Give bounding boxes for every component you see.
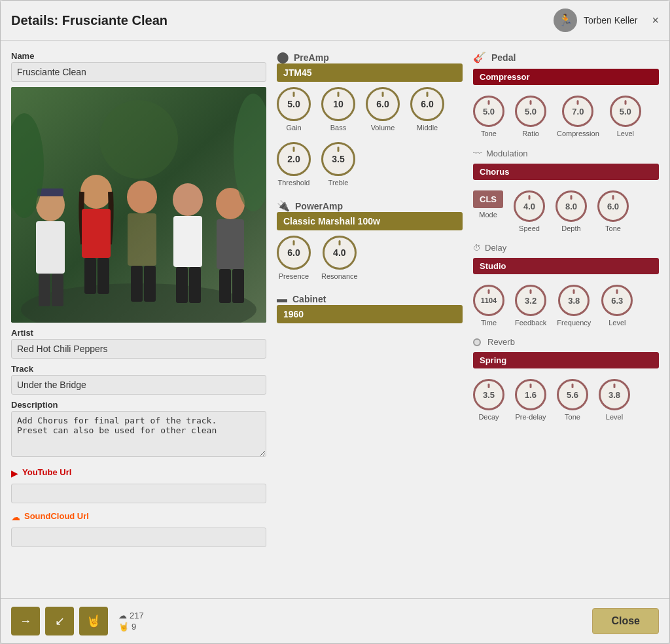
treble-label: Treble [328,179,349,187]
preamp-icon: ⬤ [277,51,289,63]
svg-rect-17 [173,216,202,267]
presence-label: Presence [279,272,309,280]
compressor-bar[interactable]: Compressor [473,69,659,85]
artist-section: Artist [11,328,266,359]
band-photo-svg [11,87,266,323]
treble-knob-group: 3.5 Treble [321,142,355,187]
svg-rect-5 [36,221,65,274]
dialog-title: Details: Frusciante Clean [11,13,168,28]
svg-rect-13 [128,213,156,266]
pedal-icon: 🎸 [473,51,486,63]
gain-label: Gain [286,124,301,132]
pedal-header: 🎸 Pedal [473,51,659,63]
spring-bar[interactable]: Spring [473,352,659,368]
downloads-stat: ☁ 217 [118,611,144,620]
likes-stat: 🤘 9 [118,622,144,632]
export-button[interactable]: → [11,607,40,635]
resonance-knob[interactable]: 4.0 [323,236,357,270]
resonance-knob-group: 4.0 Resonance [321,236,358,280]
user-avatar: 🏃 [554,9,577,32]
comp-compression-knob[interactable]: 7.0 [562,96,593,127]
comp-level-knob[interactable]: 5.0 [610,96,641,127]
poweramp-preset[interactable]: Classic Marshall 100w [277,212,463,230]
cabinet-label: Cabinet [292,294,326,304]
import-icon: ↙ [55,614,65,628]
cabinet-section: ▬ Cabinet 1960 [277,293,463,323]
middle-knob[interactable]: 6.0 [410,87,444,121]
track-input[interactable] [11,375,266,395]
chorus-speed-knob[interactable]: 4.0 [514,190,545,222]
svg-point-12 [127,181,157,213]
presence-knob[interactable]: 6.0 [277,236,311,270]
comp-ratio-knob[interactable]: 5.0 [515,96,546,127]
chorus-bar[interactable]: Chorus [473,164,659,180]
dialog-body: Name [1,41,669,598]
studio-feedback-label: Feedback [515,319,546,327]
spring-level-knob[interactable]: 3.8 [599,379,630,410]
name-section: Name [11,51,266,82]
studio-bar[interactable]: Studio [473,258,659,274]
studio-feedback-knob[interactable]: 3.2 [515,285,546,316]
delay-icon: ⏱ [473,243,481,253]
middle-label: Middle [417,124,438,132]
chorus-depth-knob[interactable]: 8.0 [555,190,587,222]
preamp-preset[interactable]: JTM45 [277,63,463,82]
comp-tone-knob-group: 5.0 Tone [473,96,504,137]
svg-rect-23 [232,269,244,303]
artist-input[interactable] [11,339,266,359]
chorus-tone-knob[interactable]: 6.0 [597,190,629,222]
bass-knob[interactable]: 10 [321,87,355,121]
preamp-knobs: 5.0 Gain 10 Bass 6.0 Volume 6.0 Middle [277,82,463,192]
chorus-depth-knob-group: 8.0 Depth [555,190,587,232]
comp-level-label: Level [617,130,634,137]
reverb-label: Reverb [487,337,515,347]
spring-decay-knob[interactable]: 3.5 [473,379,504,410]
svg-rect-21 [217,219,244,269]
close-x-button[interactable]: × [652,14,659,27]
threshold-knob[interactable]: 2.0 [277,142,311,176]
treble-knob[interactable]: 3.5 [321,142,355,176]
poweramp-header: 🔌 PowerAmp [277,200,463,212]
spring-predelay-knob[interactable]: 1.6 [515,379,546,410]
modulation-label: Modulation [486,149,528,158]
reverb-row: Reverb [473,337,659,347]
header-right: 🏃 Torben Keller × [554,9,659,32]
chorus-knobs: CLS Mode 4.0 Speed 8.0 Depth 6.0 Tone [473,185,659,238]
likes-count: 9 [132,622,136,632]
cabinet-header: ▬ Cabinet [277,293,463,305]
soundcloud-input[interactable] [11,528,266,547]
poweramp-icon: 🔌 [277,200,290,212]
cls-button[interactable]: CLS [473,190,503,208]
user-name: Torben Keller [584,15,638,26]
rock-button[interactable]: 🤘 [79,607,108,635]
comp-ratio-knob-group: 5.0 Ratio [515,96,546,137]
cabinet-preset[interactable]: 1960 [277,305,463,323]
pedal-label: Pedal [491,52,516,63]
studio-level-label: Level [608,319,626,327]
reverb-radio[interactable] [473,338,481,346]
comp-tone-knob[interactable]: 5.0 [473,96,504,127]
studio-knobs: 1104 Time 3.2 Feedback 3.8 Frequency 6.3… [473,279,659,332]
spring-tone-knob[interactable]: 5.6 [557,379,588,410]
youtube-input[interactable] [11,484,266,503]
spring-predelay-label: Pre-delay [515,413,546,421]
effects-panel: 🎸 Pedal Compressor 5.0 Tone 5.0 Ratio 7.… [473,51,659,588]
svg-rect-6 [39,274,50,306]
close-button[interactable]: Close [592,608,659,634]
name-input[interactable] [11,62,266,82]
delay-label: Delay [485,243,506,253]
likes-icon: 🤘 [118,622,129,632]
studio-level-knob[interactable]: 6.3 [601,285,633,316]
chorus-depth-label: Depth [561,224,580,232]
chorus-tone-knob-group: 6.0 Tone [597,190,629,232]
description-textarea[interactable]: Add Chorus for final part of the track. … [11,411,266,457]
studio-time-knob[interactable]: 1104 [473,285,504,316]
band-photo [11,87,266,323]
youtube-icon: ▶ [11,468,18,478]
svg-rect-10 [84,258,96,294]
volume-knob[interactable]: 6.0 [366,87,400,121]
studio-frequency-knob[interactable]: 3.8 [558,285,590,316]
import-button[interactable]: ↙ [45,607,74,635]
spring-predelay-knob-group: 1.6 Pre-delay [515,379,546,421]
gain-knob[interactable]: 5.0 [277,87,311,121]
